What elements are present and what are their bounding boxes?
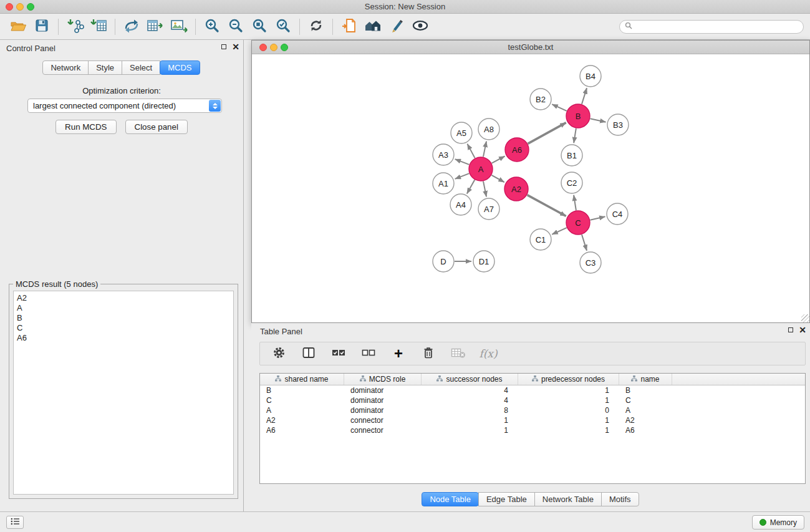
import-table-button[interactable] bbox=[87, 16, 110, 37]
node-C3[interactable]: C3 bbox=[580, 252, 601, 273]
node-A1[interactable]: A1 bbox=[433, 173, 454, 194]
edge-A-A7[interactable] bbox=[483, 181, 486, 197]
table-cell[interactable]: connector bbox=[344, 425, 422, 435]
run-mcds-button[interactable]: Run MCDS bbox=[55, 120, 116, 134]
column-header-shared-name[interactable]: shared name bbox=[260, 374, 344, 385]
table-cell[interactable]: 1 bbox=[518, 425, 619, 435]
table-row[interactable]: Cdominator41C bbox=[260, 395, 805, 405]
table-cell[interactable]: 0 bbox=[518, 405, 619, 415]
document-button[interactable] bbox=[337, 16, 361, 37]
table-row[interactable]: Bdominator41B bbox=[260, 385, 805, 395]
table-cell[interactable]: connector bbox=[344, 415, 422, 425]
close-panel-icon[interactable]: ✕ bbox=[232, 44, 239, 50]
network-minimize-traffic-light[interactable] bbox=[270, 44, 277, 51]
network-graph[interactable]: B4B2BB3A5A8A6B1A3AC2A1A2A4A7C4CC1C3DD1 bbox=[252, 55, 809, 322]
node-B1[interactable]: B1 bbox=[561, 145, 582, 166]
zoom-in-button[interactable] bbox=[200, 16, 224, 37]
tab-network-table[interactable]: Network Table bbox=[534, 492, 602, 506]
node-C[interactable]: C bbox=[566, 211, 590, 235]
table-cell[interactable]: 4 bbox=[422, 385, 518, 395]
tab-network[interactable]: Network bbox=[42, 60, 89, 75]
dropdown-stepper[interactable] bbox=[209, 100, 221, 112]
add-column-button[interactable]: + bbox=[391, 346, 406, 361]
edge-A2-C[interactable] bbox=[528, 195, 566, 216]
column-header-predecessor-nodes[interactable]: predecessor nodes bbox=[518, 374, 619, 385]
edge-B-B4[interactable] bbox=[582, 88, 587, 104]
tab-edge-table[interactable]: Edge Table bbox=[478, 492, 535, 506]
table-cell[interactable]: 1 bbox=[518, 385, 619, 395]
node-C4[interactable]: C4 bbox=[607, 203, 628, 225]
edge-B-B3[interactable] bbox=[591, 118, 606, 122]
node-C2[interactable]: C2 bbox=[561, 172, 582, 193]
tab-select[interactable]: Select bbox=[122, 60, 160, 75]
export-image-button[interactable] bbox=[167, 16, 191, 37]
table-cell[interactable]: 8 bbox=[422, 405, 518, 415]
table-cell[interactable]: B bbox=[260, 385, 344, 395]
edge-C-C3[interactable] bbox=[582, 235, 587, 251]
edge-B-B1[interactable] bbox=[574, 128, 576, 143]
minimize-traffic-light[interactable] bbox=[16, 3, 24, 11]
node-A7[interactable]: A7 bbox=[478, 198, 499, 220]
refresh-button[interactable] bbox=[304, 16, 328, 37]
node-B2[interactable]: B2 bbox=[530, 89, 551, 110]
zoom-traffic-light[interactable] bbox=[27, 3, 34, 11]
deselect-all-button[interactable] bbox=[361, 346, 376, 361]
edge-C-C1[interactable] bbox=[552, 228, 567, 235]
node-B3[interactable]: B3 bbox=[607, 114, 629, 135]
node-A[interactable]: A bbox=[469, 157, 493, 181]
table-cell[interactable]: A bbox=[260, 405, 344, 415]
table-cell[interactable]: 1 bbox=[518, 395, 619, 405]
table-row[interactable]: A2connector11A2 bbox=[260, 415, 805, 425]
edge-A-A3[interactable] bbox=[455, 159, 470, 165]
node-A8[interactable]: A8 bbox=[478, 118, 499, 140]
table-row[interactable]: Adominator80A bbox=[260, 405, 805, 415]
edge-B-B2[interactable] bbox=[552, 104, 567, 111]
table-cell[interactable]: 4 bbox=[422, 395, 518, 405]
edge-C-C2[interactable] bbox=[574, 195, 576, 210]
table-cell[interactable]: A2 bbox=[619, 415, 672, 425]
table-cell[interactable]: C bbox=[260, 395, 344, 405]
show-graphics-button[interactable] bbox=[408, 16, 432, 37]
search-field[interactable] bbox=[619, 20, 804, 34]
import-network-button[interactable] bbox=[63, 16, 87, 37]
edge-C-C4[interactable] bbox=[591, 216, 605, 220]
column-header-successor-nodes[interactable]: successor nodes bbox=[422, 374, 518, 385]
select-all-button[interactable] bbox=[331, 346, 346, 361]
style-brush-button[interactable] bbox=[385, 16, 408, 37]
mcds-result-list[interactable]: A2ABCA6 bbox=[13, 291, 234, 495]
save-session-button[interactable] bbox=[30, 16, 54, 37]
export-network-button[interactable] bbox=[120, 16, 143, 37]
table-cell[interactable]: A6 bbox=[260, 425, 344, 435]
tab-style[interactable]: Style bbox=[88, 60, 122, 75]
edge-A6-B[interactable] bbox=[528, 123, 566, 144]
table-cell[interactable]: dominator bbox=[344, 395, 422, 405]
node-B4[interactable]: B4 bbox=[580, 65, 601, 87]
network-zoom-traffic-light[interactable] bbox=[281, 44, 288, 51]
edge-A-A6[interactable] bbox=[492, 156, 505, 163]
table-row[interactable]: A6connector11A6 bbox=[260, 425, 805, 435]
node-A4[interactable]: A4 bbox=[450, 194, 471, 215]
table-cell[interactable]: 1 bbox=[422, 425, 518, 435]
table-cell[interactable]: 1 bbox=[518, 415, 619, 425]
node-B[interactable]: B bbox=[566, 104, 590, 128]
node-A3[interactable]: A3 bbox=[433, 144, 454, 165]
zoom-fit-button[interactable] bbox=[248, 16, 271, 37]
float-panel-icon[interactable] bbox=[221, 44, 226, 49]
node-A2[interactable]: A2 bbox=[504, 177, 528, 201]
table-cell[interactable]: A bbox=[619, 405, 672, 415]
resize-grip-icon[interactable] bbox=[801, 314, 809, 322]
table-cell[interactable]: A6 bbox=[619, 425, 672, 435]
network-close-traffic-light[interactable] bbox=[259, 44, 267, 51]
delete-table-button[interactable] bbox=[451, 346, 466, 361]
task-history-button[interactable] bbox=[6, 516, 24, 529]
delete-column-button[interactable] bbox=[421, 346, 436, 361]
network-canvas[interactable]: B4B2BB3A5A8A6B1A3AC2A1A2A4A7C4CC1C3DD1 bbox=[252, 55, 809, 322]
home-button[interactable] bbox=[361, 16, 385, 37]
optimization-criterion-dropdown[interactable]: largest connected component (directed) bbox=[27, 99, 222, 113]
close-panel-button[interactable]: Close panel bbox=[125, 120, 188, 134]
edge-A-A1[interactable] bbox=[455, 173, 470, 179]
edge-A-A2[interactable] bbox=[491, 175, 504, 182]
node-C1[interactable]: C1 bbox=[530, 229, 551, 250]
table-cell[interactable]: A2 bbox=[260, 415, 344, 425]
table-float-panel-icon[interactable] bbox=[788, 327, 793, 332]
